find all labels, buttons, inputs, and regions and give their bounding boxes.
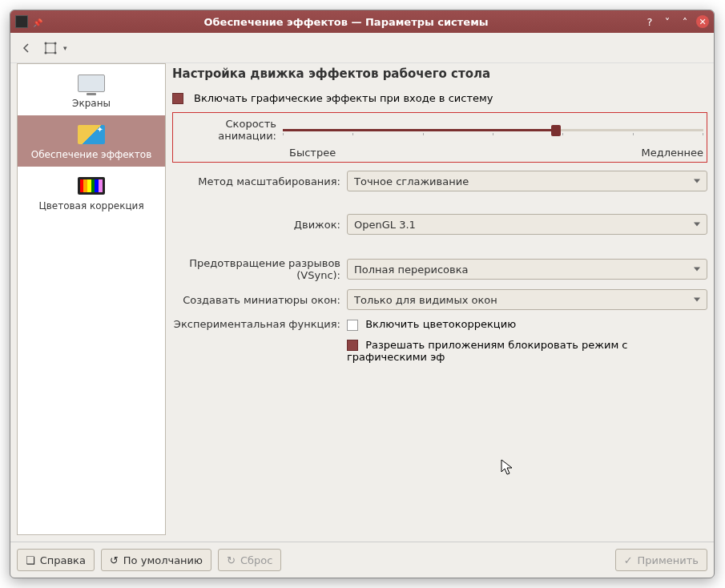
speed-fast-label: Быстрее xyxy=(289,147,336,159)
color-correction-checkbox[interactable] xyxy=(347,320,358,331)
speed-slow-label: Медленнее xyxy=(641,147,703,159)
svg-point-4 xyxy=(54,51,57,54)
animation-speed-slider[interactable] xyxy=(283,123,703,136)
experimental-label: Экспериментальная функция: xyxy=(172,318,340,330)
app-icon xyxy=(15,15,28,28)
bottom-bar: ❏ Справка ↺ По умолчанию ↻ Сброс ✓ Приме… xyxy=(10,542,714,578)
defaults-button[interactable]: ↺ По умолчанию xyxy=(101,549,211,571)
settings-window: Обеспечение эффектов — Параметры системы… xyxy=(10,10,715,578)
speed-label: Скорость анимации: xyxy=(176,118,276,142)
defaults-icon: ↺ xyxy=(110,554,119,566)
vsync-combo[interactable]: Полная перерисовка xyxy=(347,259,707,280)
monitor-icon xyxy=(78,75,105,92)
window-title: Обеспечение эффектов — Параметры системы xyxy=(49,16,643,28)
color-correction-icon xyxy=(78,177,105,195)
help-book-icon: ❏ xyxy=(26,554,35,566)
help-button[interactable]: ❏ Справка xyxy=(17,549,95,571)
apply-button[interactable]: ✓ Применить xyxy=(615,549,707,571)
svg-rect-0 xyxy=(46,43,55,53)
enable-effects-label: Включать графические эффекты при входе в… xyxy=(194,92,493,104)
thumbs-label: Создавать миниатюры окон: xyxy=(172,294,340,306)
help-icon[interactable]: ? xyxy=(643,15,656,28)
titlebar: Обеспечение эффектов — Параметры системы… xyxy=(10,10,714,33)
reset-button[interactable]: ↻ Сброс xyxy=(218,549,281,571)
sidebar-item-label: Обеспечение эффектов xyxy=(31,149,152,160)
page-title: Настройка движка эффектов рабочего стола xyxy=(172,66,707,81)
vsync-label: Предотвращение разрывов (VSync): xyxy=(172,257,340,281)
allow-block-label: Разрешать приложениям блокировать режим … xyxy=(347,339,628,364)
allow-block-checkbox[interactable] xyxy=(347,340,358,351)
svg-point-3 xyxy=(45,51,47,54)
close-icon[interactable]: ✕ xyxy=(696,15,709,28)
sidebar-item-effects[interactable]: Обеспечение эффектов xyxy=(18,115,165,167)
reset-icon: ↻ xyxy=(227,554,236,566)
color-correction-label: Включить цветокоррекцию xyxy=(365,318,516,330)
toolbar: ▾ xyxy=(10,33,714,63)
sidebar-item-color[interactable]: Цветовая коррекция xyxy=(18,167,165,218)
scaling-combo[interactable]: Точное сглаживание xyxy=(347,171,707,191)
pin-icon[interactable] xyxy=(33,16,44,27)
effects-icon xyxy=(78,125,105,144)
thumbs-combo[interactable]: Только для видимых окон xyxy=(347,289,707,310)
sidebar-item-label: Экраны xyxy=(72,98,111,109)
minimize-icon[interactable]: ˅ xyxy=(661,15,674,28)
sidebar-item-label: Цветовая коррекция xyxy=(38,200,143,211)
enable-effects-checkbox[interactable] xyxy=(172,93,183,104)
maximize-icon[interactable]: ˄ xyxy=(679,15,691,28)
chevron-down-icon[interactable]: ▾ xyxy=(63,44,67,52)
engine-label: Движок: xyxy=(172,219,340,231)
sidebar-item-screens[interactable]: Экраны xyxy=(18,64,165,115)
back-button[interactable] xyxy=(17,38,36,58)
scaling-label: Метод масштабирования: xyxy=(172,175,340,187)
sidebar: Экраны Обеспечение эффектов Цветовая кор… xyxy=(17,63,166,535)
speed-highlight: Скорость анимации: Быстрее М xyxy=(172,112,707,163)
check-icon: ✓ xyxy=(624,554,633,566)
svg-point-2 xyxy=(54,42,57,44)
engine-combo[interactable]: OpenGL 3.1 xyxy=(347,214,707,235)
category-icon[interactable] xyxy=(41,38,60,58)
main-panel: Настройка движка эффектов рабочего стола… xyxy=(172,63,707,535)
svg-point-1 xyxy=(45,42,47,44)
